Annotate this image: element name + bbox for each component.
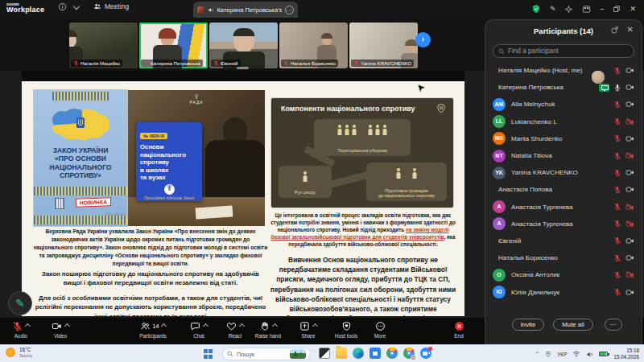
annotate-button[interactable]: ✎ [8,291,32,315]
annotate-pencil-icon[interactable]: ✎ [550,5,556,13]
chrome-profile-icon[interactable] [403,348,415,359]
toolbar-participants-button[interactable]: 14Participants [134,319,171,343]
participant-row[interactable]: LLLukianchenko L [485,113,642,130]
toolbar-chat-button[interactable]: Chat [180,319,217,343]
ukraine-map-graphic [47,102,114,144]
chevron-up-icon[interactable] [203,323,208,328]
toolbar-raise-hand-button[interactable]: Raise hand [250,319,287,343]
chevron-up-icon[interactable] [25,323,31,328]
participant-row[interactable]: AАнастасія Тургенєва [485,199,642,216]
tab-shared-screen[interactable]: Катерина Петровська's scre ⋯ [193,2,298,18]
video-tile[interactable]: Yanina KRAVCHENKO [349,23,418,68]
volume-icon[interactable] [586,351,593,358]
box-resistance-movement: Рух опору [279,166,332,198]
popout-icon[interactable] [611,26,619,34]
next-participants-button[interactable]: › [415,32,431,47]
participant-row[interactable]: Анастасія Попова [485,181,642,198]
security-shield-icon[interactable] [531,4,541,14]
location-icon[interactable] [545,351,551,358]
chrome-icon[interactable] [386,348,398,359]
law-info-card: № 4826-ІХ Основи національного спротиву … [136,122,202,201]
edge-browser-icon[interactable] [353,348,364,359]
participant-row[interactable]: Наталья Борисенко [485,249,642,266]
toolbar-audio-button[interactable]: Audio [2,319,39,343]
end-meeting-icon [454,321,464,331]
toolbar-video-button[interactable]: Video [42,319,79,343]
toolbar-react-button[interactable]: React [217,319,254,343]
weather-widget[interactable]: 16°C Sunny [6,347,32,358]
task-view-icon[interactable] [319,348,330,359]
info-icon[interactable] [58,2,67,11]
search-icon [227,351,233,357]
chevron-down-icon[interactable] [74,4,80,10]
minimize-icon[interactable]: – [600,5,604,13]
participant-search-input[interactable] [508,47,629,55]
participant-row[interactable]: ЮЮлія Данильчук [485,283,642,300]
chevron-up-icon[interactable] [239,323,245,328]
card-caption: Президент підписав Закон [140,196,198,200]
tile-name-pill: Євгеній [211,60,241,67]
share-preview-icon [197,6,204,14]
new-badge: НОВИНКА [76,197,111,208]
participants-more-button[interactable]: ⋯ [605,319,622,331]
barcode-stripes [34,216,127,224]
tab-options-icon[interactable]: ⋯ [285,6,294,14]
toolbar-end-button[interactable]: End [440,319,477,343]
participant-row[interactable]: Наталія Мацейко (Host, me) [485,62,642,79]
view-layout-icon[interactable] [582,5,591,14]
participant-row[interactable]: AАнастасія Тургенєва [485,216,642,232]
invite-button[interactable]: Invite [512,319,544,331]
wifi-icon[interactable] [572,351,580,357]
taskbar-search-input[interactable] [237,351,287,358]
chevron-up-icon[interactable] [312,323,318,328]
participant-row[interactable]: Євгеній [485,232,642,249]
toolbar-label: Raise hand [255,333,281,339]
toolbar-host-tools-button[interactable]: Host tools [328,319,365,343]
close-panel-icon[interactable]: ✕ [627,25,634,34]
tab-meeting[interactable]: Meeting [93,2,129,10]
participant-row[interactable]: MSMariia Shurdenko [485,130,642,147]
video-tile[interactable]: Наталія Мацейко [69,23,138,68]
participant-name: Lukianchenko L [511,118,613,125]
participant-row[interactable]: NTNatalia Titiova [485,147,642,164]
participant-name: Natalia Titiova [511,152,613,159]
ai-companion-icon[interactable] [564,5,573,14]
search-highlight-image[interactable] [290,349,306,359]
file-explorer-icon[interactable] [336,348,347,359]
participants-count: 14 [153,323,159,329]
participant-row[interactable]: YKYanina KRAVCHENKO [485,164,642,181]
video-tile[interactable]: Наталья Борисенко [279,23,348,68]
taskbar-search[interactable] [222,348,311,360]
video-tile[interactable]: Катерина Петровська [139,23,208,68]
clock[interactable]: 15:18 15.04.2026 [613,348,639,360]
mic-muted-icon [613,101,621,109]
toolbar-share-button[interactable]: Share [290,319,327,343]
mute-all-button[interactable]: Mute all [553,319,593,331]
participant-row[interactable]: AMAlla Melnychuk [485,96,642,113]
participant-row[interactable]: Катерина Петровська [485,79,642,96]
toolbar-label: Share [301,333,315,339]
video-tile[interactable]: Євгеній [209,23,278,68]
chevron-up-icon[interactable] [161,323,167,328]
watermark: jurkniga.ua [105,212,125,216]
participant-row[interactable]: ООксана Антолик [485,266,642,283]
close-icon[interactable]: ✕ [630,5,636,13]
tile-participant-name: Yanina KRAVCHENKO [361,60,411,66]
microsoft-store-icon[interactable] [369,348,381,359]
strip-drag-handle[interactable] [237,67,249,69]
chevron-up-icon[interactable] [272,323,278,328]
zoom-meeting-window: zoom Workplace Meeting Катерина Петровсь… [0,0,644,362]
tray-expand-icon[interactable]: ⌃ [535,351,539,357]
participant-search[interactable] [493,44,634,58]
zoom-app-icon[interactable] [420,348,431,359]
battery-icon[interactable] [599,352,608,356]
start-button[interactable] [204,349,213,359]
host-tools-icon [341,321,352,331]
tile-participant-name: Євгеній [221,60,238,66]
slide-paragraph: Для осіб з особливими освітніми потребам… [33,294,268,316]
emblem-circle [164,184,175,195]
chevron-up-icon[interactable] [64,323,70,328]
keyboard-language[interactable]: УКР [557,352,567,357]
toolbar-more-button[interactable]: More [361,319,398,343]
restore-icon[interactable] [613,5,621,13]
